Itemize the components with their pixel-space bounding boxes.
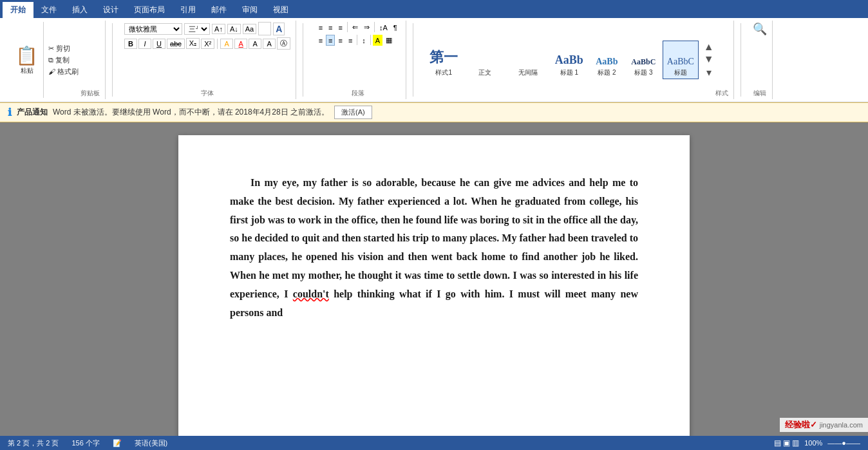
align-center[interactable]: ≡ bbox=[326, 35, 335, 46]
style-preview-7: AaBbC bbox=[667, 57, 694, 67]
bold-button[interactable]: B bbox=[124, 39, 137, 49]
align-right[interactable]: ≡ bbox=[335, 35, 344, 46]
tab-mail[interactable]: 邮件 bbox=[203, 2, 234, 18]
document-page: In my eye, my father is so adorable, bec… bbox=[178, 135, 690, 436]
style-item-3[interactable]: AaBbCcDd 无间隔 bbox=[507, 41, 549, 79]
styles-scroll-controls: ▲ ▼ ▾ bbox=[703, 41, 715, 79]
styles-more[interactable]: ▾ bbox=[705, 66, 713, 79]
bullets-button[interactable]: ≡ bbox=[316, 22, 325, 33]
notification-message: Word 未被激活。要继续使用 Word，而不中断，请在 2018年4月28日 … bbox=[53, 107, 329, 118]
font-size-decrease[interactable]: A↓ bbox=[227, 24, 241, 34]
format-painter-button[interactable]: 🖌 格式刷 bbox=[46, 66, 80, 77]
para-divider-3 bbox=[357, 35, 357, 45]
font-top-row: 微软雅黑 三号 A↑ A↓ Aa 文 A bbox=[124, 22, 285, 35]
border-button[interactable]: A bbox=[263, 39, 276, 49]
editing-group: 🔍 查找 ↔ 替换 ⊡ 选择 编辑 bbox=[748, 21, 773, 99]
clipboard-buttons: 📋 粘贴 ✂ 剪切 ⧉ 复制 🖌 格式刷 bbox=[10, 22, 80, 98]
paste-button[interactable]: 📋 粘贴 bbox=[10, 22, 44, 98]
strikethrough-button[interactable]: abc bbox=[167, 39, 185, 49]
page-info: 第 2 页，共 2 页 bbox=[8, 438, 59, 448]
decrease-indent[interactable]: ⇐ bbox=[350, 22, 361, 33]
font-format-divider bbox=[217, 39, 218, 49]
find-icon: 🔍 bbox=[753, 22, 767, 36]
numbering-button[interactable]: ≡ bbox=[326, 22, 335, 33]
style-item-4[interactable]: AaBb 标题 1 bbox=[551, 41, 588, 79]
align-left[interactable]: ≡ bbox=[316, 35, 325, 46]
editing-label: 编辑 bbox=[753, 88, 766, 98]
font-controls: 微软雅黑 三号 A↑ A↓ Aa 文 A B I U abc X₂ bbox=[124, 22, 290, 88]
clipboard-label: 剪贴板 bbox=[80, 88, 100, 98]
justify[interactable]: ≡ bbox=[346, 35, 355, 46]
status-right: ▤ ▣ ▥ 100% ——●—— bbox=[774, 438, 860, 447]
ribbon: 开始 文件 插入 设计 页面布局 引用 邮件 审阅 视图 📋 粘贴 ✂ 剪切 ⧉… bbox=[0, 0, 868, 102]
ribbon-tab-bar: 开始 文件 插入 设计 页面布局 引用 邮件 审阅 视图 bbox=[0, 0, 868, 18]
editing-controls: 🔍 查找 ↔ 替换 ⊡ 选择 bbox=[753, 22, 767, 88]
increase-indent[interactable]: ⇒ bbox=[361, 22, 372, 33]
style-item-1[interactable]: 第一 样式1 bbox=[425, 41, 462, 79]
replace-button[interactable]: ↔ 替换 bbox=[753, 48, 766, 67]
underline-button[interactable]: U bbox=[153, 39, 165, 49]
notification-icon: ℹ bbox=[8, 106, 12, 118]
circle-button[interactable]: Ⓐ bbox=[277, 37, 290, 50]
text-effects-button[interactable]: A bbox=[273, 23, 285, 35]
style-item-6[interactable]: AaBbC 标题 3 bbox=[626, 41, 661, 79]
style-label-4: 标题 1 bbox=[560, 68, 578, 77]
style-item-5[interactable]: AaBb 标题 2 bbox=[589, 41, 625, 79]
document-text: In my eye, my father is so adorable, bec… bbox=[230, 174, 638, 322]
style-label-5: 标题 2 bbox=[598, 68, 616, 77]
watermark-brand: 经验啦✓ bbox=[785, 419, 817, 431]
multilevel-list[interactable]: ≡ bbox=[335, 22, 344, 33]
divider-2 bbox=[303, 23, 303, 97]
shading-button[interactable]: A bbox=[249, 39, 261, 49]
find-button[interactable]: 🔍 查找 bbox=[753, 22, 767, 46]
style-preview-4: AaBb bbox=[555, 53, 583, 67]
styles-gallery: 第一 样式1 AaBbCcDd 正文 AaBbCcDd 无间隔 AaBb 标题 … bbox=[425, 41, 715, 79]
line-spacing[interactable]: ↕ bbox=[359, 35, 368, 46]
font-label: 字体 bbox=[201, 88, 214, 98]
styles-scroll-up[interactable]: ▲ bbox=[703, 41, 715, 53]
wen-icon: 文 bbox=[258, 22, 271, 35]
paste-icon: 📋 bbox=[15, 45, 38, 66]
style-item-2[interactable]: AaBbCcDd 正文 bbox=[464, 41, 505, 79]
copy-button[interactable]: ⧉ 复制 bbox=[46, 55, 80, 66]
font-size-increase[interactable]: A↑ bbox=[212, 24, 225, 34]
superscript-button[interactable]: X² bbox=[201, 39, 214, 49]
replace-icon: ↔ bbox=[756, 48, 764, 57]
para-divider-4 bbox=[370, 35, 371, 45]
tab-design[interactable]: 设计 bbox=[95, 2, 126, 18]
track-icon: 📝 bbox=[113, 439, 122, 447]
aa-button[interactable]: Aa bbox=[243, 24, 256, 34]
tab-file[interactable]: 文件 bbox=[33, 2, 64, 18]
style-preview-3: AaBbCcDd bbox=[511, 59, 544, 67]
tab-view[interactable]: 视图 bbox=[265, 2, 296, 18]
font-size-select[interactable]: 三号 bbox=[184, 23, 210, 35]
language: 英语(美国) bbox=[135, 438, 167, 448]
zoom-slider[interactable]: ——●—— bbox=[827, 439, 860, 447]
italic-button[interactable]: I bbox=[138, 39, 151, 49]
subscript-button[interactable]: X₂ bbox=[186, 38, 200, 49]
style-label-1: 样式1 bbox=[435, 68, 452, 77]
divider-4 bbox=[741, 23, 741, 97]
paragraph-group: ≡ ≡ ≡ ⇐ ⇒ ↕A ¶ ≡ ≡ ≡ ≡ ↕ bbox=[310, 21, 406, 99]
font-name-select[interactable]: 微软雅黑 bbox=[124, 23, 182, 35]
sort-button[interactable]: ↕A bbox=[377, 22, 390, 33]
tab-insert[interactable]: 插入 bbox=[64, 2, 95, 18]
tab-review[interactable]: 审阅 bbox=[234, 2, 265, 18]
cut-button[interactable]: ✂ 剪切 bbox=[46, 43, 80, 54]
replace-label: 替换 bbox=[753, 58, 766, 67]
text-highlight-button[interactable]: A bbox=[220, 39, 233, 49]
shading-para[interactable]: A bbox=[373, 35, 382, 46]
show-hide-button[interactable]: ¶ bbox=[391, 22, 400, 33]
tab-references[interactable]: 引用 bbox=[173, 2, 203, 18]
styles-label: 样式 bbox=[715, 88, 728, 98]
activate-button[interactable]: 激活(A) bbox=[334, 106, 372, 119]
para-row-2: ≡ ≡ ≡ ≡ ↕ A ▦ bbox=[316, 35, 395, 46]
style-item-7[interactable]: AaBbC 标题 bbox=[663, 41, 699, 79]
border-para[interactable]: ▦ bbox=[383, 35, 395, 46]
tab-page-layout[interactable]: 页面布局 bbox=[126, 2, 173, 18]
styles-scroll-down[interactable]: ▼ bbox=[703, 53, 715, 65]
select-button[interactable]: ⊡ 选择 bbox=[753, 68, 766, 88]
word-count: 156 个字 bbox=[71, 438, 99, 448]
font-color-button[interactable]: A bbox=[234, 39, 247, 49]
tab-home[interactable]: 开始 bbox=[3, 2, 33, 18]
